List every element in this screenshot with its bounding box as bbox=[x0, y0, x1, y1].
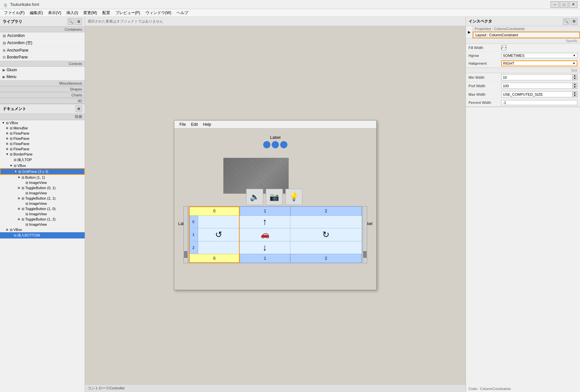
maxwidth-input[interactable] bbox=[502, 91, 572, 97]
lib-item-gluon[interactable]: ▶ Gluon bbox=[0, 67, 85, 74]
halignment-dropdown[interactable]: RIGHT ▼ bbox=[501, 60, 577, 66]
minimize-button[interactable]: ─ bbox=[551, 1, 559, 8]
minwidth-input[interactable] bbox=[502, 74, 572, 80]
toggle-flowpane-1[interactable]: ⊕ bbox=[5, 131, 9, 135]
close-button[interactable]: ✕ bbox=[569, 1, 577, 8]
tree-node-flowpane-4[interactable]: ⊕ ⊟ FlowPane bbox=[0, 146, 85, 152]
cell-0-1: ↑ bbox=[240, 216, 290, 228]
scrollbar-left-thumb[interactable] bbox=[184, 251, 187, 258]
toggle-vbox-root[interactable]: ▼ bbox=[1, 121, 5, 125]
scrollbar-right-thumb[interactable] bbox=[363, 251, 367, 258]
hgrow-dropdown[interactable]: SOMETIMES ▼ bbox=[501, 53, 577, 58]
col-footer-1: 1 bbox=[240, 254, 290, 263]
tree-node-flowpane-1[interactable]: ⊕ ⊟ FlowPane bbox=[0, 131, 85, 136]
halignment-arrow: ▼ bbox=[572, 62, 575, 65]
fillwidth-checkbox[interactable]: ✓ bbox=[501, 45, 506, 50]
tree-node-flowpane-2[interactable]: ⊕ ⊟ FlowPane bbox=[0, 136, 85, 141]
tree-node-insert-bottom[interactable]: ⊟ 挿入BOTTOM bbox=[0, 232, 85, 238]
inspector-header: インスペクタ 🔍 ⚙ bbox=[466, 17, 580, 26]
center-canvas[interactable]: File Edit Help Label bbox=[85, 26, 466, 384]
tree-node-togglebtn-12[interactable]: ⊕ ⊟ ToggleButton (1, 2) bbox=[0, 217, 85, 222]
menu-help[interactable]: ヘルプ bbox=[174, 9, 191, 16]
grid-row-top: 0 1 2 bbox=[189, 206, 362, 216]
toggle-togglebtn-21[interactable]: ⊕ bbox=[17, 196, 21, 200]
menu-file[interactable]: ファイル(F) bbox=[1, 9, 27, 16]
fxml-photo bbox=[223, 158, 289, 194]
tree-node-vbox-root[interactable]: ▼ ⊟ VBox bbox=[0, 120, 85, 125]
tree-node-vbox-child[interactable]: ▼ ⊟ VBox bbox=[0, 163, 85, 168]
category-containers[interactable]: Containers bbox=[0, 26, 85, 32]
toggle-flowpane-4[interactable]: ⊕ bbox=[5, 147, 9, 151]
tab-layout[interactable]: Layout : ColumnConstraint bbox=[473, 32, 580, 38]
lib-item-menu[interactable]: ▶ Menu bbox=[0, 74, 85, 80]
inspector-search-button[interactable]: 🔍 bbox=[563, 18, 570, 25]
tree-node-button-11[interactable]: ▼ ⊟ Button (1, 1) bbox=[0, 175, 85, 180]
tree-node-gridpane[interactable]: ▼ ⊞ GridPane (3 x 3) bbox=[0, 168, 85, 175]
toggle-vbox-2[interactable]: ⊕ bbox=[5, 228, 9, 232]
toggle-insert-bottom bbox=[9, 234, 13, 237]
toggle-button-11[interactable]: ▼ bbox=[17, 175, 21, 179]
minwidth-down-button[interactable]: ▼ bbox=[572, 77, 577, 80]
fxml-scrollbar-left[interactable] bbox=[183, 206, 188, 263]
toggle-flowpane-3[interactable]: ⊕ bbox=[5, 142, 9, 146]
toggle-togglebtn-01[interactable]: ⊕ bbox=[17, 186, 21, 190]
toggle-flowpane-2[interactable]: ⊕ bbox=[5, 137, 9, 140]
category-3d[interactable]: 3D bbox=[0, 98, 85, 104]
toggle-borderpane[interactable]: ▼ bbox=[5, 152, 9, 156]
maxwidth-down-button[interactable]: ▼ bbox=[572, 94, 577, 97]
category-shapes[interactable]: Shapes bbox=[0, 86, 85, 92]
tree-node-imageview-4[interactable]: ⊟ ImageView bbox=[0, 211, 85, 217]
tree-node-imageview-3[interactable]: ⊟ ImageView bbox=[0, 201, 85, 206]
prefwidth-input[interactable] bbox=[502, 83, 572, 89]
tree-node-menubar[interactable]: ⊕ ⊟ MenuBar bbox=[0, 125, 85, 131]
fxml-edit-menu[interactable]: Edit bbox=[188, 122, 200, 127]
tree-node-vbox-2[interactable]: ⊕ ⊟ VBox bbox=[0, 227, 85, 232]
document-settings-button[interactable]: ⚙ bbox=[76, 106, 82, 112]
tree-node-togglebtn-01[interactable]: ⊕ ⊟ ToggleButton (0, 1) bbox=[0, 185, 85, 190]
fxml-help-menu[interactable]: Help bbox=[200, 122, 214, 127]
left-panel: ライブラリ 🔍 ⚙ Containers ▤ Accordion ▤ Accor… bbox=[0, 17, 85, 392]
menu-preview[interactable]: プレビュー(P) bbox=[113, 9, 143, 16]
category-controls[interactable]: Controls bbox=[0, 61, 85, 67]
fxml-preview-window[interactable]: File Edit Help Label bbox=[174, 120, 377, 290]
menu-insert[interactable]: 挿入(I) bbox=[64, 9, 80, 16]
tree-node-flowpane-3[interactable]: ⊕ ⊟ FlowPane bbox=[0, 141, 85, 146]
toggle-menubar[interactable]: ⊕ bbox=[5, 126, 9, 130]
fxml-label-area: Label bbox=[174, 135, 376, 148]
maximize-button[interactable]: □ bbox=[560, 1, 568, 8]
tree-node-insert-top[interactable]: ⊟ 挿入TOP bbox=[0, 157, 85, 163]
category-charts[interactable]: Charts bbox=[0, 92, 85, 98]
prefwidth-down-button[interactable]: ▼ bbox=[572, 86, 577, 89]
tree-node-imageview-1[interactable]: ⊟ ImageView bbox=[0, 180, 85, 185]
tab-collapse-left[interactable]: ▶ bbox=[466, 26, 473, 38]
inspector-settings-button[interactable]: ⚙ bbox=[571, 18, 577, 25]
flowpane-1-label: FlowPane bbox=[13, 131, 29, 135]
tree-node-imageview-2[interactable]: ⊟ ImageView bbox=[0, 190, 85, 196]
lib-item-accordion[interactable]: ▤ Accordion bbox=[0, 32, 85, 39]
tab-properties[interactable]: Properties : ColumnConstraints bbox=[473, 26, 580, 32]
main-layout: ライブラリ 🔍 ⚙ Containers ▤ Accordion ▤ Accor… bbox=[0, 17, 580, 392]
lib-item-anchorpane[interactable]: ⊞ AnchorPane bbox=[0, 47, 85, 54]
toggle-togglebtn-10[interactable]: ⊕ bbox=[17, 207, 21, 211]
toggle-vbox-child[interactable]: ▼ bbox=[9, 164, 13, 168]
menu-view[interactable]: 表示(V) bbox=[45, 9, 64, 16]
lib-item-borderpane[interactable]: ⊟ BorderPane bbox=[0, 54, 85, 61]
menu-edit[interactable]: 編集(E) bbox=[27, 9, 45, 16]
tree-node-imageview-5[interactable]: ⊟ ImageView bbox=[0, 222, 85, 227]
library-search-button[interactable]: 🔍 bbox=[68, 18, 74, 25]
toggle-togglebtn-12[interactable]: ⊕ bbox=[17, 217, 21, 221]
toggle-gridpane[interactable]: ▼ bbox=[14, 170, 18, 173]
inspector-row-prefwidth: Pref Width ▲ ▼ bbox=[466, 82, 580, 90]
category-miscellaneous[interactable]: Miscellaneous bbox=[0, 80, 85, 86]
lib-item-accordion-empty[interactable]: ▤ Accordion (空) bbox=[0, 39, 85, 47]
tree-node-togglebtn-21[interactable]: ⊕ ⊟ ToggleButton (2, 1) bbox=[0, 196, 85, 201]
library-settings-button[interactable]: ⚙ bbox=[76, 18, 82, 25]
tree-node-borderpane[interactable]: ▼ ⊟ BorderPane bbox=[0, 152, 85, 157]
fxml-scrollbar-right[interactable] bbox=[363, 206, 367, 263]
menu-modify[interactable]: 変更(M) bbox=[81, 9, 100, 16]
tree-node-togglebtn-10[interactable]: ⊕ ⊟ ToggleButton (1, 0) bbox=[0, 206, 85, 211]
menu-window[interactable]: ウィンドウ(W) bbox=[143, 9, 174, 16]
percentwidth-input[interactable] bbox=[502, 100, 577, 105]
fxml-file-menu[interactable]: File bbox=[177, 122, 188, 127]
menu-arrange[interactable]: 配置 bbox=[100, 9, 113, 16]
